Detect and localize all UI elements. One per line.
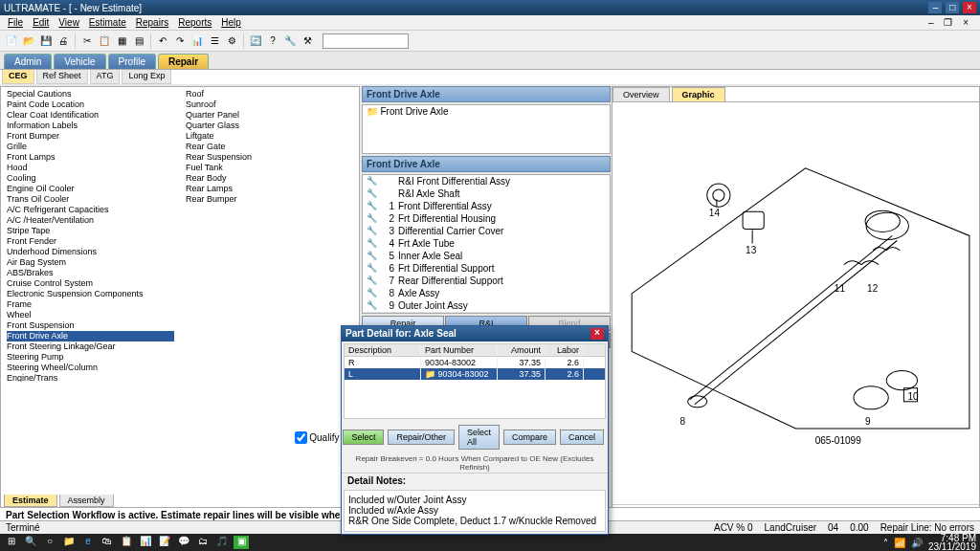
dialog-row[interactable]: L📁 90304-8300237.352.6 (345, 368, 605, 380)
category-item[interactable]: Frame (7, 299, 174, 310)
subtab-longexp[interactable]: Long Exp (122, 70, 171, 84)
task-app2-icon[interactable]: 📊 (138, 536, 153, 549)
category-item[interactable]: Front Bumper (7, 131, 174, 142)
part-row[interactable]: 🔧10Axle Seal (363, 312, 610, 314)
category-item[interactable]: Front Fender (7, 236, 174, 247)
task-app7-icon[interactable]: ▣ (234, 536, 249, 549)
category-item[interactable]: A/C /Heater/Ventilation (7, 215, 174, 226)
category-item[interactable]: Front Suspension (7, 320, 174, 331)
category-item[interactable]: Information Labels (7, 121, 174, 131)
menu-repairs[interactable]: Repairs (132, 16, 172, 29)
subtab-atg[interactable]: ATG (90, 70, 121, 84)
part-row[interactable]: 🔧8Axle Assy (363, 287, 610, 299)
open-icon[interactable]: 📂 (21, 33, 36, 49)
part-row[interactable]: 🔧4Frt Axle Tube (363, 237, 610, 250)
dialog-titlebar[interactable]: Part Detail for: Axle Seal × (342, 326, 608, 342)
save-icon[interactable]: 💾 (38, 33, 54, 49)
start-button[interactable]: ⊞ (4, 536, 19, 549)
help-icon[interactable]: ? (265, 33, 280, 49)
tab-vehicle[interactable]: Vehicle (54, 54, 105, 69)
minimize-button[interactable]: – (928, 2, 942, 13)
qualify-checkbox[interactable]: Qualify (295, 431, 339, 444)
category-item[interactable]: Quarter Panel (186, 110, 353, 121)
category-item[interactable]: Fuel Tank (186, 163, 353, 173)
part-row[interactable]: 🔧2Frt Differential Housing (363, 212, 610, 225)
category-item[interactable]: Engine/Trans (7, 373, 174, 382)
part-row[interactable]: 🔧6Frt Differential Support (363, 262, 610, 275)
refresh-icon[interactable]: 🔄 (248, 33, 263, 49)
mdi-restore-button[interactable]: ❐ (940, 16, 956, 29)
tools-icon[interactable]: 🔧 (282, 33, 298, 49)
new-icon[interactable]: 📄 (4, 33, 19, 49)
menu-file[interactable]: File (4, 16, 27, 29)
rtab-graphic[interactable]: Graphic (672, 87, 725, 101)
cut-icon[interactable]: ✂ (79, 33, 95, 49)
qualify-input[interactable] (295, 431, 307, 444)
print-icon[interactable]: 🖨 (56, 33, 71, 49)
category-item[interactable]: Rear Bumper (186, 194, 353, 205)
tab-admin[interactable]: Admin (4, 54, 52, 69)
redo-icon[interactable]: ↷ (172, 33, 188, 49)
category-item[interactable]: Rear Body (186, 173, 353, 184)
category-item[interactable]: Rear Gate (186, 142, 353, 152)
cancel-button[interactable]: Cancel (560, 430, 604, 445)
btab-estimate[interactable]: Estimate (4, 495, 57, 507)
category-item[interactable]: Grille (7, 142, 174, 152)
category-item[interactable]: Wheel (7, 310, 174, 320)
grid2-icon[interactable]: ▤ (131, 33, 146, 49)
col-partnumber[interactable]: Part Number (421, 344, 498, 356)
task-explorer-icon[interactable]: 📁 (61, 536, 77, 549)
menu-reports[interactable]: Reports (174, 16, 215, 29)
mdi-close-button[interactable]: × (959, 16, 972, 29)
part-row[interactable]: 🔧9Outer Joint Assy (363, 299, 610, 312)
task-cortana-icon[interactable]: ○ (42, 536, 57, 549)
task-app4-icon[interactable]: 💬 (176, 536, 191, 549)
menu-edit[interactable]: Edit (29, 16, 53, 29)
tray-network-icon[interactable]: 📶 (894, 538, 905, 548)
select-all-button[interactable]: Select All (458, 425, 500, 450)
dialog-row[interactable]: R90304-8300237.352.6 (345, 357, 605, 368)
task-app6-icon[interactable]: 🎵 (214, 536, 230, 549)
task-app5-icon[interactable]: 🗂 (195, 536, 211, 549)
list-icon[interactable]: ☰ (207, 33, 222, 49)
category-item[interactable]: Trans Oil Cooler (7, 194, 174, 205)
category-item[interactable]: Stripe Tape (7, 226, 174, 236)
task-app3-icon[interactable]: 📝 (157, 536, 172, 549)
category-item[interactable]: ABS/Brakes (7, 268, 174, 278)
settings-icon[interactable]: ⚒ (300, 33, 315, 49)
part-diagram[interactable]: 14 13 11 12 8 10 9 065-01099 (612, 102, 979, 504)
part-row[interactable]: 🔧3Differential Carrier Cover (363, 225, 610, 237)
part-row[interactable]: 🔧5Inner Axle Seal (363, 250, 610, 262)
tray-volume-icon[interactable]: 🔊 (911, 538, 923, 548)
spreadsheet-icon[interactable]: 📊 (189, 33, 205, 49)
category-item[interactable]: Paint Code Location (7, 99, 174, 110)
dialog-close-button[interactable]: × (590, 328, 604, 340)
category-item[interactable]: Liftgate (186, 131, 353, 142)
category-item[interactable]: Cruise Control System (7, 278, 174, 289)
tab-repair[interactable]: Repair (158, 54, 209, 69)
menu-help[interactable]: Help (217, 16, 245, 29)
select-button[interactable]: Select (343, 430, 384, 445)
category-item[interactable]: Special Cautions (7, 89, 174, 99)
task-edge-icon[interactable]: e (80, 536, 96, 549)
task-search-icon[interactable]: 🔍 (23, 536, 38, 549)
task-app1-icon[interactable]: 📋 (119, 536, 134, 549)
part-row[interactable]: 🔧7Rear Differential Support (363, 275, 610, 287)
col-amount[interactable]: Amount (498, 344, 546, 356)
close-button[interactable]: × (963, 2, 976, 13)
category-item[interactable]: Underhood Dimensions (7, 247, 174, 257)
toolbar-search-input[interactable] (323, 33, 409, 49)
mdi-minimize-button[interactable]: – (924, 16, 938, 29)
rtab-overview[interactable]: Overview (612, 87, 670, 101)
category-item[interactable]: Engine Oil Cooler (7, 184, 174, 194)
col-labor[interactable]: Labor (546, 344, 584, 356)
btab-assembly[interactable]: Assembly (59, 495, 114, 507)
category-item[interactable]: Front Steering Linkage/Gear (7, 342, 174, 352)
subtab-refsheet[interactable]: Ref Sheet (36, 70, 88, 84)
tab-profile[interactable]: Profile (108, 54, 156, 69)
category-item[interactable]: Front Lamps (7, 152, 174, 163)
category-item[interactable]: Roof (186, 89, 353, 99)
menu-view[interactable]: View (55, 16, 83, 29)
category-item[interactable]: Rear Suspension (186, 152, 353, 163)
category-item[interactable]: Rear Lamps (186, 184, 353, 194)
